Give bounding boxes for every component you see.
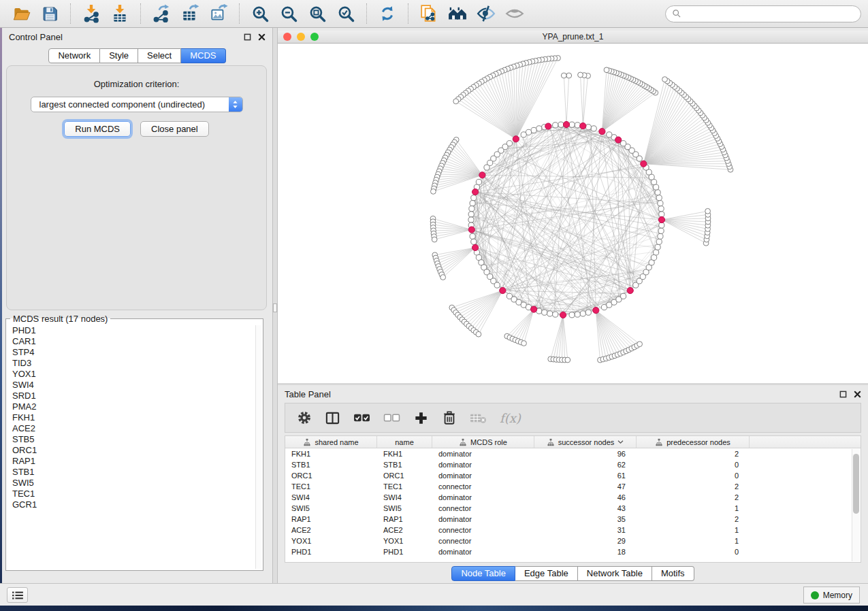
table-row[interactable]: FKH1FKH1dominator962 xyxy=(285,448,861,459)
criterion-dropdown[interactable]: largest connected component (undirected) xyxy=(31,97,243,112)
cell-successor-nodes[interactable]: 18 xyxy=(534,548,637,556)
tab-network-table[interactable]: Network Table xyxy=(578,566,652,581)
mcds-hub-node[interactable] xyxy=(472,244,479,250)
network-node[interactable] xyxy=(432,237,437,242)
split-panel-icon[interactable] xyxy=(325,410,340,426)
network-node[interactable] xyxy=(575,312,580,317)
cell-predecessor-nodes[interactable]: 1 xyxy=(637,504,750,512)
tab-node-table[interactable]: Node Table xyxy=(451,566,515,581)
network-node[interactable] xyxy=(621,293,626,299)
network-node[interactable] xyxy=(542,310,547,315)
memory-button[interactable]: Memory xyxy=(803,587,860,604)
network-node[interactable] xyxy=(558,122,564,127)
network-node[interactable] xyxy=(654,250,659,255)
cell-name[interactable]: FKH1 xyxy=(377,450,432,458)
network-node[interactable] xyxy=(580,311,585,316)
network-node[interactable] xyxy=(569,122,575,127)
network-node[interactable] xyxy=(521,341,527,346)
cell-shared-name[interactable]: PHD1 xyxy=(285,548,377,556)
mcds-result-item[interactable]: ORC1 xyxy=(7,445,255,456)
mcds-hub-node[interactable] xyxy=(513,136,519,142)
cell-predecessor-nodes[interactable]: 2 xyxy=(637,482,750,491)
mcds-hub-node[interactable] xyxy=(641,161,647,167)
mcds-hub-node[interactable] xyxy=(658,216,664,222)
close-panel-button[interactable]: Close panel xyxy=(140,121,209,137)
run-mcds-button[interactable]: Run MCDS xyxy=(64,121,131,137)
mcds-result-item[interactable]: PHD1 xyxy=(7,325,255,336)
mcds-result-item[interactable]: TID3 xyxy=(7,358,255,369)
network-node[interactable] xyxy=(654,184,659,190)
network-node[interactable] xyxy=(469,206,475,212)
mcds-hub-node[interactable] xyxy=(468,227,475,233)
cell-MCDS-role[interactable]: dominator xyxy=(432,461,534,469)
table-row[interactable]: STB1STB1dominator620 xyxy=(285,459,861,470)
table-row[interactable]: SWI4SWI4dominator462 xyxy=(285,492,861,503)
tab-network[interactable]: Network xyxy=(48,48,100,63)
float-window-icon[interactable] xyxy=(244,33,251,41)
hide-details-button[interactable] xyxy=(472,2,500,25)
mcds-result-item[interactable]: SWI5 xyxy=(7,478,255,489)
network-node[interactable] xyxy=(578,72,583,78)
network-node[interactable] xyxy=(565,357,570,363)
network-node[interactable] xyxy=(591,126,596,131)
cell-MCDS-role[interactable]: dominator xyxy=(432,548,534,556)
export-network-button[interactable] xyxy=(147,2,176,25)
mcds-result-item[interactable]: STB5 xyxy=(7,434,255,445)
trash-icon[interactable] xyxy=(442,410,457,425)
network-node[interactable] xyxy=(656,239,662,244)
network-node[interactable] xyxy=(470,201,475,206)
mcds-result-item[interactable]: SRD1 xyxy=(7,391,255,401)
mcds-hub-node[interactable] xyxy=(563,121,569,127)
network-node[interactable] xyxy=(476,331,481,337)
column-header-shared-name[interactable]: shared name xyxy=(285,436,377,448)
mcds-result-item[interactable]: ACE2 xyxy=(7,423,255,434)
select-all-icon[interactable] xyxy=(353,411,370,425)
search-box[interactable] xyxy=(665,5,861,22)
network-node[interactable] xyxy=(547,311,553,316)
cell-name[interactable]: SWI4 xyxy=(377,493,432,501)
cell-shared-name[interactable]: SWI4 xyxy=(285,493,377,501)
network-node[interactable] xyxy=(471,239,477,244)
open-folder-button[interactable] xyxy=(7,2,35,25)
houses-button[interactable] xyxy=(443,2,472,25)
table-row[interactable]: ACE2ACE2connector311 xyxy=(285,525,861,535)
network-node[interactable] xyxy=(561,73,566,78)
cell-predecessor-nodes[interactable]: 2 xyxy=(637,515,750,523)
cell-predecessor-nodes[interactable]: 2 xyxy=(637,493,750,501)
mcds-list-scrollbar[interactable] xyxy=(255,325,261,569)
cell-MCDS-role[interactable]: dominator xyxy=(432,450,534,458)
table-row[interactable]: RAP1RAP1dominator352 xyxy=(285,514,861,525)
network-node[interactable] xyxy=(658,228,664,233)
network-node[interactable] xyxy=(470,233,475,239)
network-node[interactable] xyxy=(662,77,668,82)
table-row[interactable]: YOX1YOX1connector291 xyxy=(285,535,861,546)
cell-successor-nodes[interactable]: 96 xyxy=(534,450,637,458)
cell-name[interactable]: RAP1 xyxy=(377,515,432,523)
column-header-predecessor-nodes[interactable]: predecessor nodes xyxy=(637,436,750,448)
task-history-button[interactable] xyxy=(7,587,28,603)
network-node[interactable] xyxy=(585,125,591,130)
network-node[interactable] xyxy=(705,208,711,214)
cell-shared-name[interactable]: TEC1 xyxy=(285,482,377,491)
cell-shared-name[interactable]: ACE2 xyxy=(285,526,377,534)
network-node[interactable] xyxy=(658,233,663,239)
network-node[interactable] xyxy=(658,206,664,212)
network-node[interactable] xyxy=(484,165,489,170)
network-node[interactable] xyxy=(553,312,558,317)
network-node[interactable] xyxy=(658,201,663,206)
network-node[interactable] xyxy=(440,275,446,280)
mcds-result-item[interactable]: RAP1 xyxy=(7,456,255,467)
close-panel-icon[interactable] xyxy=(854,391,861,398)
network-node[interactable] xyxy=(575,122,580,128)
network-node[interactable] xyxy=(655,190,660,195)
network-node[interactable] xyxy=(656,195,662,201)
network-node[interactable] xyxy=(431,189,436,195)
mcds-result-item[interactable]: STB1 xyxy=(7,467,255,478)
table-row[interactable]: ORC1ORC1dominator610 xyxy=(285,470,861,481)
gear-icon[interactable] xyxy=(297,410,312,425)
cell-successor-nodes[interactable]: 35 xyxy=(534,515,637,523)
export-table-button[interactable] xyxy=(176,2,204,25)
mcds-hub-node[interactable] xyxy=(599,129,605,135)
network-node[interactable] xyxy=(553,122,558,128)
mcds-hub-node[interactable] xyxy=(531,306,537,312)
